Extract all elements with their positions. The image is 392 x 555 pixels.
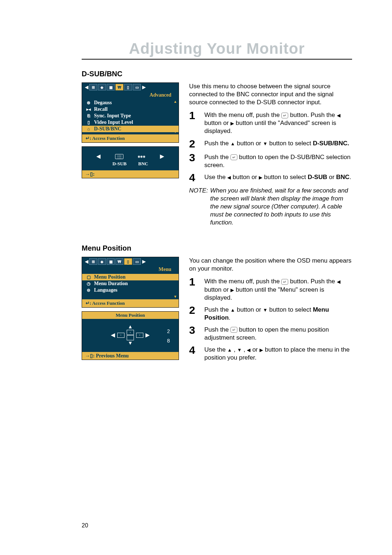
down-triangle-icon: ▼ (128, 340, 133, 346)
enter-button-icon: ↵ (281, 113, 288, 118)
section1: ◀ ⊞ ◈ ▦ ₩ ▯ ▭ ▶ Advanced ▲ ⊗Degauss ▸◂Re… (82, 82, 352, 227)
section1-title: D-SUB/BNC (82, 70, 352, 78)
osd-item-label: Degauss (94, 100, 112, 106)
enter-icon: ↵ (86, 300, 90, 306)
osd-item: ▸◂Recall (86, 106, 175, 113)
tab-icon: ◈ (98, 258, 106, 265)
osd-footer-text: : Access Function (90, 135, 125, 141)
t: Push the (204, 306, 230, 313)
step-text: With the menu off, push the ↵ button. Pu… (204, 278, 352, 301)
section2: ◀ ⊞ ◈ ▦ ₩ ▯ ▭ ▶ Menu ▲ ▢Menu Position ◷M… (82, 257, 352, 365)
right-triangle-icon: ▶ (230, 287, 234, 293)
right-triangle-icon: ▶ (259, 175, 262, 180)
step-row: 1 With the menu off, push the ↵ button. … (189, 276, 352, 301)
scroll-down-icon: ▼ (173, 295, 177, 299)
tab-icon: ▭ (133, 84, 141, 90)
t: D-SUB (308, 174, 327, 181)
dsub-bnc-icon: ⌂ (86, 126, 91, 132)
sub-title: Menu Position (82, 312, 179, 319)
pos-value-y: 8 (167, 338, 170, 344)
degauss-icon: ⊗ (86, 100, 91, 106)
step-row: 1 With the menu off, push the ↵ button. … (189, 110, 352, 135)
down-triangle-icon: ▼ (237, 347, 242, 353)
step-text: Push the ▲ button or ▼ button to select … (204, 306, 352, 322)
menu-position-icon: ▢ (86, 275, 91, 280)
t: Use the (204, 174, 227, 181)
osd-tabs: ◀ ⊞ ◈ ▦ ₩ ▯ ▭ ▶ (82, 83, 179, 92)
osd-item-label: Sync. Input Type (94, 113, 131, 119)
t: button or (235, 140, 263, 147)
step-row: 3 Push the ↵ button to open the menu pos… (189, 325, 352, 342)
note: NOTE: When you are finished, wait for a … (189, 187, 352, 227)
osd-footer-text: : Access Function (90, 300, 125, 306)
step-text: With the menu off, push the ↵ button. Pu… (204, 111, 352, 135)
right-triangle-icon: ▶ (260, 347, 263, 353)
t: BNC (336, 174, 350, 181)
step-text: Push the ▲ button or ▼ button to select … (204, 139, 352, 147)
step-number: 2 (189, 138, 198, 149)
step-number: 1 (189, 276, 198, 287)
right-arrow-icon: ▶ (142, 258, 146, 265)
up-triangle-icon: ▲ (230, 141, 235, 146)
note-label: NOTE: (189, 187, 208, 227)
osd-header: Menu (82, 266, 179, 273)
tab-icon: ▦ (107, 84, 115, 90)
scroll-down-icon: ▼ (173, 130, 177, 134)
osd-menu-advanced: ◀ ⊞ ◈ ▦ ₩ ▯ ▭ ▶ Advanced ▲ ⊗Degauss ▸◂Re… (82, 82, 179, 143)
down-triangle-icon: ▼ (263, 307, 268, 313)
dsub-icon: ░░ (115, 154, 123, 159)
osd-item-label: Recall (94, 106, 107, 112)
osd-footer: ↵: Access Function (82, 134, 179, 142)
t: button or (231, 174, 259, 181)
tab-icon: ▯ (124, 84, 132, 90)
up-triangle-icon: ▲ (227, 347, 232, 353)
left-arrow-icon: ◀ (97, 153, 101, 159)
step-text: Use the ▲ , ▼ , ◀ or ▶ button to place t… (204, 346, 352, 362)
step-number: 1 (189, 110, 198, 121)
osd-item-label: Menu Position (94, 274, 126, 280)
up-triangle-icon: ▲ (230, 307, 235, 313)
step-row: 2 Push the ▲ button or ▼ button to selec… (189, 305, 352, 322)
enter-button-icon: ↵ (230, 327, 237, 333)
osd-submenu-position: Menu Position ▲ ◀ ▫ ▫ ▫ ▶ ▼ 2 (82, 311, 179, 360)
t: button. Push the (288, 278, 336, 285)
scroll-up-icon: ▲ (173, 274, 177, 278)
pos-value-x: 2 (167, 328, 170, 334)
enter-button-icon: ↵ (281, 279, 288, 285)
down-triangle-icon: ▼ (263, 141, 268, 146)
t: button. Push the (288, 112, 336, 118)
step-row: 2 Push the ▲ button or ▼ button to selec… (189, 138, 352, 149)
section2-title: Menu Position (82, 244, 352, 252)
step-number: 4 (189, 345, 198, 356)
enter-icon: ↵ (86, 135, 90, 141)
tab-icon: ⊞ (89, 84, 97, 90)
cell-icon (127, 335, 134, 340)
video-level-icon: ▯ (86, 120, 91, 125)
t: D-SUB/BNC. (313, 140, 349, 147)
t: button or (204, 119, 230, 126)
t: button or (235, 306, 263, 313)
step-text: Push the ↵ button to open the menu posit… (204, 326, 352, 342)
tab-icon-active: ▯ (124, 258, 132, 265)
osd-item-label: Video Input Level (94, 119, 133, 125)
sync-icon: ⎘ (86, 113, 91, 119)
t: or (327, 174, 336, 181)
right-arrow-icon: ▶ (160, 153, 164, 159)
sub-footer-text: : Previous Menu (93, 353, 129, 358)
osd-item-label: Languages (94, 287, 118, 293)
page-number: 20 (82, 522, 88, 529)
right-triangle-icon: ▶ (230, 121, 234, 126)
section1-intro: Use this menu to choose between the sign… (189, 82, 352, 106)
osd-footer: ↵: Access Function (82, 299, 179, 307)
left-triangle-icon: ◀ (247, 347, 250, 353)
cell-icon: ▫ (136, 333, 143, 338)
osd-item-selected: ▢Menu Position (82, 274, 179, 280)
t: Use the (204, 346, 227, 353)
cell-icon: ▫ (127, 330, 134, 335)
left-triangle-icon: ◀ (227, 175, 231, 180)
osd-header: Advanced (82, 92, 179, 99)
left-triangle-icon: ◀ (111, 332, 115, 338)
step-row: 4 Use the ◀ button or ▶ button to select… (189, 172, 352, 183)
menu-duration-icon: ◷ (86, 281, 91, 287)
osd-item: ⊜Languages (86, 287, 175, 293)
